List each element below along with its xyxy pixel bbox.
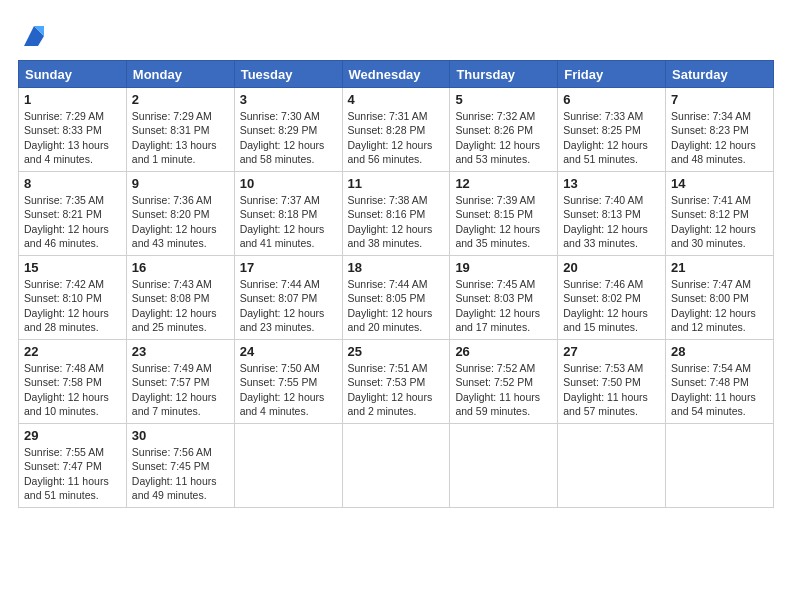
day-info: Sunrise: 7:30 AM Sunset: 8:29 PM Dayligh… <box>240 109 337 167</box>
calendar-header-saturday: Saturday <box>666 61 774 88</box>
calendar-cell: 7 Sunrise: 7:34 AM Sunset: 8:23 PM Dayli… <box>666 88 774 172</box>
calendar-cell: 1 Sunrise: 7:29 AM Sunset: 8:33 PM Dayli… <box>19 88 127 172</box>
day-info: Sunrise: 7:37 AM Sunset: 8:18 PM Dayligh… <box>240 193 337 251</box>
day-number: 22 <box>24 344 121 359</box>
day-info: Sunrise: 7:49 AM Sunset: 7:57 PM Dayligh… <box>132 361 229 419</box>
day-number: 17 <box>240 260 337 275</box>
calendar-cell: 13 Sunrise: 7:40 AM Sunset: 8:13 PM Dayl… <box>558 171 666 255</box>
calendar-cell <box>234 423 342 507</box>
day-info: Sunrise: 7:41 AM Sunset: 8:12 PM Dayligh… <box>671 193 768 251</box>
logo-icon <box>20 22 48 50</box>
page: SundayMondayTuesdayWednesdayThursdayFrid… <box>0 0 792 612</box>
calendar-cell: 5 Sunrise: 7:32 AM Sunset: 8:26 PM Dayli… <box>450 88 558 172</box>
week-row-0: 1 Sunrise: 7:29 AM Sunset: 8:33 PM Dayli… <box>19 88 774 172</box>
day-info: Sunrise: 7:48 AM Sunset: 7:58 PM Dayligh… <box>24 361 121 419</box>
day-number: 2 <box>132 92 229 107</box>
day-number: 12 <box>455 176 552 191</box>
calendar-cell: 28 Sunrise: 7:54 AM Sunset: 7:48 PM Dayl… <box>666 339 774 423</box>
calendar-cell: 9 Sunrise: 7:36 AM Sunset: 8:20 PM Dayli… <box>126 171 234 255</box>
day-number: 25 <box>348 344 445 359</box>
logo <box>18 22 48 50</box>
calendar-cell <box>342 423 450 507</box>
day-info: Sunrise: 7:56 AM Sunset: 7:45 PM Dayligh… <box>132 445 229 503</box>
day-info: Sunrise: 7:33 AM Sunset: 8:25 PM Dayligh… <box>563 109 660 167</box>
day-info: Sunrise: 7:44 AM Sunset: 8:07 PM Dayligh… <box>240 277 337 335</box>
calendar-cell: 23 Sunrise: 7:49 AM Sunset: 7:57 PM Dayl… <box>126 339 234 423</box>
calendar-cell <box>666 423 774 507</box>
day-info: Sunrise: 7:47 AM Sunset: 8:00 PM Dayligh… <box>671 277 768 335</box>
week-row-1: 8 Sunrise: 7:35 AM Sunset: 8:21 PM Dayli… <box>19 171 774 255</box>
day-info: Sunrise: 7:39 AM Sunset: 8:15 PM Dayligh… <box>455 193 552 251</box>
day-info: Sunrise: 7:40 AM Sunset: 8:13 PM Dayligh… <box>563 193 660 251</box>
day-number: 7 <box>671 92 768 107</box>
day-number: 20 <box>563 260 660 275</box>
calendar-cell: 20 Sunrise: 7:46 AM Sunset: 8:02 PM Dayl… <box>558 255 666 339</box>
day-number: 10 <box>240 176 337 191</box>
calendar-header-tuesday: Tuesday <box>234 61 342 88</box>
day-info: Sunrise: 7:35 AM Sunset: 8:21 PM Dayligh… <box>24 193 121 251</box>
day-info: Sunrise: 7:29 AM Sunset: 8:33 PM Dayligh… <box>24 109 121 167</box>
day-number: 3 <box>240 92 337 107</box>
week-row-2: 15 Sunrise: 7:42 AM Sunset: 8:10 PM Dayl… <box>19 255 774 339</box>
day-info: Sunrise: 7:54 AM Sunset: 7:48 PM Dayligh… <box>671 361 768 419</box>
calendar-header-monday: Monday <box>126 61 234 88</box>
calendar-cell: 26 Sunrise: 7:52 AM Sunset: 7:52 PM Dayl… <box>450 339 558 423</box>
calendar-header-thursday: Thursday <box>450 61 558 88</box>
day-number: 18 <box>348 260 445 275</box>
day-info: Sunrise: 7:46 AM Sunset: 8:02 PM Dayligh… <box>563 277 660 335</box>
calendar-cell: 10 Sunrise: 7:37 AM Sunset: 8:18 PM Dayl… <box>234 171 342 255</box>
calendar-cell: 14 Sunrise: 7:41 AM Sunset: 8:12 PM Dayl… <box>666 171 774 255</box>
calendar-cell: 4 Sunrise: 7:31 AM Sunset: 8:28 PM Dayli… <box>342 88 450 172</box>
day-number: 28 <box>671 344 768 359</box>
day-info: Sunrise: 7:42 AM Sunset: 8:10 PM Dayligh… <box>24 277 121 335</box>
calendar-header-wednesday: Wednesday <box>342 61 450 88</box>
day-number: 11 <box>348 176 445 191</box>
calendar-cell: 30 Sunrise: 7:56 AM Sunset: 7:45 PM Dayl… <box>126 423 234 507</box>
day-number: 27 <box>563 344 660 359</box>
calendar-cell <box>450 423 558 507</box>
header <box>18 18 774 50</box>
day-info: Sunrise: 7:29 AM Sunset: 8:31 PM Dayligh… <box>132 109 229 167</box>
calendar-cell: 12 Sunrise: 7:39 AM Sunset: 8:15 PM Dayl… <box>450 171 558 255</box>
day-info: Sunrise: 7:51 AM Sunset: 7:53 PM Dayligh… <box>348 361 445 419</box>
calendar-cell: 22 Sunrise: 7:48 AM Sunset: 7:58 PM Dayl… <box>19 339 127 423</box>
calendar: SundayMondayTuesdayWednesdayThursdayFrid… <box>18 60 774 508</box>
calendar-cell: 18 Sunrise: 7:44 AM Sunset: 8:05 PM Dayl… <box>342 255 450 339</box>
day-info: Sunrise: 7:32 AM Sunset: 8:26 PM Dayligh… <box>455 109 552 167</box>
day-info: Sunrise: 7:34 AM Sunset: 8:23 PM Dayligh… <box>671 109 768 167</box>
day-number: 19 <box>455 260 552 275</box>
calendar-header-sunday: Sunday <box>19 61 127 88</box>
calendar-header-row: SundayMondayTuesdayWednesdayThursdayFrid… <box>19 61 774 88</box>
week-row-4: 29 Sunrise: 7:55 AM Sunset: 7:47 PM Dayl… <box>19 423 774 507</box>
day-info: Sunrise: 7:43 AM Sunset: 8:08 PM Dayligh… <box>132 277 229 335</box>
day-info: Sunrise: 7:50 AM Sunset: 7:55 PM Dayligh… <box>240 361 337 419</box>
calendar-cell: 17 Sunrise: 7:44 AM Sunset: 8:07 PM Dayl… <box>234 255 342 339</box>
day-number: 5 <box>455 92 552 107</box>
calendar-cell: 8 Sunrise: 7:35 AM Sunset: 8:21 PM Dayli… <box>19 171 127 255</box>
day-number: 15 <box>24 260 121 275</box>
day-number: 29 <box>24 428 121 443</box>
day-number: 6 <box>563 92 660 107</box>
day-number: 30 <box>132 428 229 443</box>
calendar-cell: 21 Sunrise: 7:47 AM Sunset: 8:00 PM Dayl… <box>666 255 774 339</box>
calendar-cell: 2 Sunrise: 7:29 AM Sunset: 8:31 PM Dayli… <box>126 88 234 172</box>
day-info: Sunrise: 7:38 AM Sunset: 8:16 PM Dayligh… <box>348 193 445 251</box>
day-info: Sunrise: 7:44 AM Sunset: 8:05 PM Dayligh… <box>348 277 445 335</box>
day-number: 1 <box>24 92 121 107</box>
day-number: 26 <box>455 344 552 359</box>
calendar-cell <box>558 423 666 507</box>
day-number: 4 <box>348 92 445 107</box>
day-number: 21 <box>671 260 768 275</box>
day-info: Sunrise: 7:45 AM Sunset: 8:03 PM Dayligh… <box>455 277 552 335</box>
calendar-cell: 27 Sunrise: 7:53 AM Sunset: 7:50 PM Dayl… <box>558 339 666 423</box>
day-number: 23 <box>132 344 229 359</box>
day-info: Sunrise: 7:36 AM Sunset: 8:20 PM Dayligh… <box>132 193 229 251</box>
day-number: 13 <box>563 176 660 191</box>
day-number: 14 <box>671 176 768 191</box>
day-number: 16 <box>132 260 229 275</box>
day-info: Sunrise: 7:31 AM Sunset: 8:28 PM Dayligh… <box>348 109 445 167</box>
calendar-cell: 29 Sunrise: 7:55 AM Sunset: 7:47 PM Dayl… <box>19 423 127 507</box>
calendar-cell: 16 Sunrise: 7:43 AM Sunset: 8:08 PM Dayl… <box>126 255 234 339</box>
day-number: 8 <box>24 176 121 191</box>
day-number: 9 <box>132 176 229 191</box>
